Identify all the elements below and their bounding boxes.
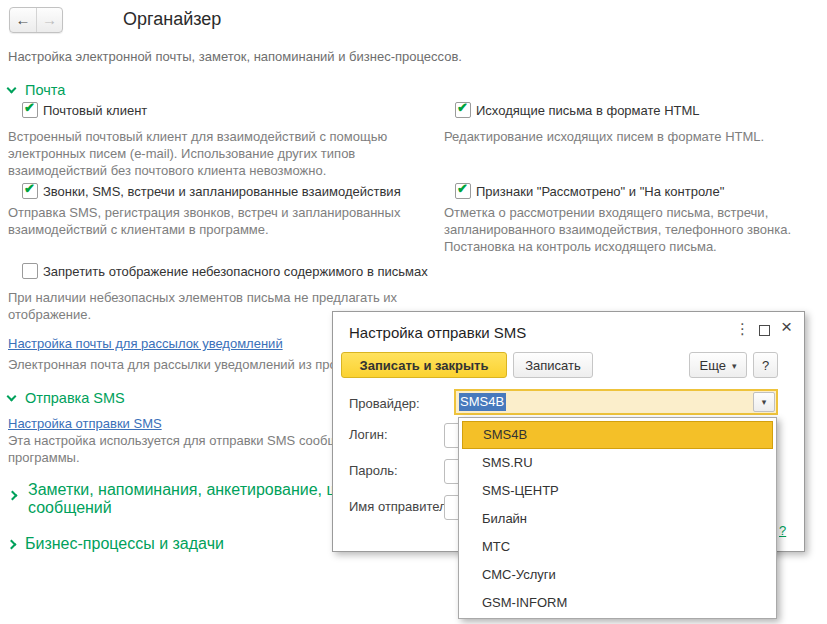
- checkbox-calls-sms[interactable]: ✔ Звонки, SMS, встречи и запланированные…: [22, 183, 401, 199]
- calls-sms-description: Отправка SMS, регистрация звонков, встре…: [8, 204, 444, 238]
- maximize-icon[interactable]: [759, 325, 770, 336]
- chevron-down-icon: [7, 392, 17, 402]
- mail-client-description: Встроенный почтовый клиент для взаимодей…: [8, 128, 444, 179]
- chevron-right-icon: [7, 539, 17, 549]
- notifications-mail-settings-link[interactable]: Настройка почты для рассылок уведомлений: [8, 336, 283, 351]
- section-mail-header[interactable]: Почта: [8, 82, 65, 98]
- checkbox-label: Запретить отображение небезопасного соде…: [43, 263, 428, 279]
- dropdown-item[interactable]: Билайн: [462, 505, 773, 533]
- section-notes-title-line2[interactable]: сообщений: [28, 499, 112, 517]
- notifications-mail-description: Электронная почта для рассылки уведомлен…: [8, 357, 387, 372]
- organizer-settings-page: ← → Органайзер Настройка электронной поч…: [0, 0, 827, 624]
- check-icon: ✔: [24, 181, 35, 196]
- help-button[interactable]: ?: [753, 352, 778, 378]
- dropdown-item[interactable]: SMS-ЦЕНТР: [462, 477, 773, 505]
- nav-history-group: ← →: [9, 7, 63, 33]
- close-icon[interactable]: ×: [781, 316, 792, 338]
- review-flags-description: Отметка о рассмотрении входящего письма,…: [444, 204, 824, 255]
- provider-input[interactable]: SMS4B ▾: [454, 389, 778, 415]
- section-business-processes-header[interactable]: Бизнес-процессы и задачи: [8, 535, 224, 553]
- dropdown-item[interactable]: SMS.RU: [462, 449, 773, 477]
- dropdown-item[interactable]: МТС: [462, 533, 773, 561]
- checkbox-label: Признаки "Рассмотрено" и "На контроле": [476, 183, 724, 199]
- sms-description-line1: Эта настройка используется для отправки …: [8, 433, 384, 448]
- forward-button[interactable]: →: [36, 8, 62, 32]
- provider-value: SMS4B: [459, 394, 506, 409]
- dropdown-arrow-icon: ▾: [762, 397, 767, 407]
- dropdown-item[interactable]: СМС-Услуги: [462, 561, 773, 589]
- dropdown-item-selected[interactable]: SMS4B: [462, 421, 773, 449]
- forward-arrow-icon: →: [42, 11, 57, 28]
- check-icon: ✔: [457, 100, 468, 115]
- section-business-processes-title: Бизнес-процессы и задачи: [25, 535, 224, 553]
- provider-label: Провайдер:: [349, 396, 420, 411]
- checkbox-box[interactable]: ✔: [22, 102, 38, 118]
- section-mail-title: Почта: [25, 82, 65, 98]
- checkbox-mail-client[interactable]: ✔ Почтовый клиент: [22, 102, 147, 118]
- checkbox-box[interactable]: ✔: [22, 183, 38, 199]
- back-arrow-icon: ←: [16, 11, 31, 28]
- checkbox-box[interactable]: ✔: [455, 102, 471, 118]
- page-title: Органайзер: [123, 9, 221, 30]
- dialog-title: Настройка отправки SMS: [349, 324, 526, 341]
- provider-dropdown-list: SMS4B SMS.RU SMS-ЦЕНТР Билайн МТС СМС-Ус…: [458, 417, 777, 619]
- more-button[interactable]: Еще▾: [689, 352, 747, 378]
- section-sms-title: Отправка SMS: [25, 390, 125, 406]
- save-and-close-button[interactable]: Записать и закрыть: [341, 352, 507, 378]
- dropdown-item[interactable]: GSM-INFORM: [462, 589, 773, 617]
- page-subtitle: Настройка электронной почты, заметок, на…: [8, 49, 462, 64]
- section-sms-header[interactable]: Отправка SMS: [8, 390, 125, 406]
- checkbox-box[interactable]: [22, 263, 38, 279]
- provider-help-link-partial[interactable]: ?: [779, 523, 786, 538]
- check-icon: ✔: [24, 100, 35, 115]
- checkbox-block-unsafe-content[interactable]: Запретить отображение небезопасного соде…: [22, 263, 428, 279]
- html-mail-description: Редактирование исходящих писем в формате…: [444, 128, 824, 145]
- window-menu-icon[interactable]: ⋮: [735, 320, 750, 338]
- checkbox-box[interactable]: ✔: [455, 183, 471, 199]
- sender-name-label: Имя отправителя:: [349, 499, 457, 514]
- sms-description-line2: программы.: [8, 450, 80, 465]
- save-button[interactable]: Записать: [513, 352, 593, 378]
- selected-text: SMS4B: [459, 393, 506, 411]
- checkbox-label: Почтовый клиент: [43, 102, 147, 118]
- chevron-down-icon: ▾: [732, 361, 737, 371]
- checkbox-review-flags[interactable]: ✔ Признаки "Рассмотрено" и "На контроле": [455, 183, 724, 199]
- checkbox-label: Звонки, SMS, встречи и запланированные в…: [43, 183, 401, 199]
- more-button-label: Еще: [700, 358, 726, 373]
- back-button[interactable]: ←: [10, 8, 36, 32]
- checkbox-html-mail[interactable]: ✔ Исходящие письма в формате HTML: [455, 102, 700, 118]
- chevron-down-icon: [7, 84, 17, 94]
- login-label: Логин:: [349, 427, 388, 442]
- checkbox-label: Исходящие письма в формате HTML: [476, 102, 700, 118]
- password-label: Пароль:: [349, 463, 398, 478]
- combo-dropdown-button[interactable]: ▾: [753, 392, 775, 412]
- sms-settings-link[interactable]: Настройка отправки SMS: [8, 416, 162, 431]
- check-icon: ✔: [457, 181, 468, 196]
- chevron-right-icon[interactable]: [8, 491, 18, 501]
